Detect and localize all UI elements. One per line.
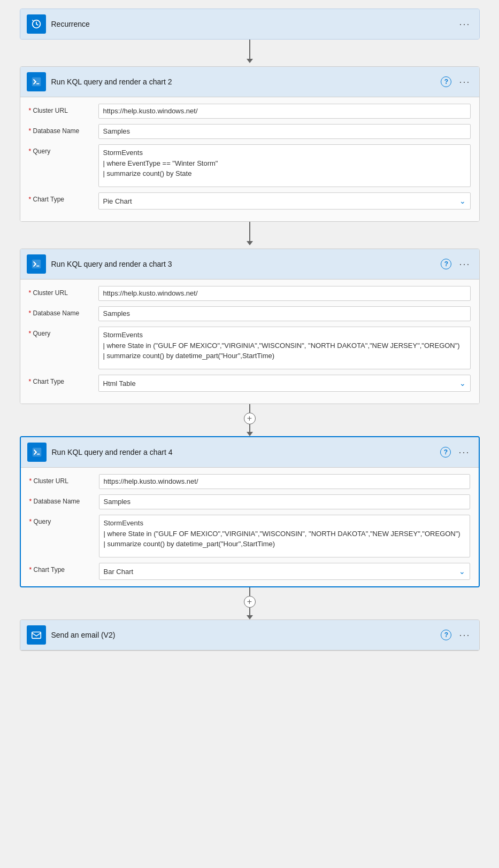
flow-container: Recurrence ··· Run KQL query and render … <box>9 9 490 651</box>
step2-cluster-label: * Cluster URL <box>29 104 93 114</box>
step3-header: Run KQL query and render a chart 3 ? ··· <box>20 249 479 280</box>
step3-card: Run KQL query and render a chart 3 ? ···… <box>20 249 480 404</box>
arrow-connector-1 <box>247 40 253 66</box>
plus-line-top-1 <box>249 404 250 413</box>
step3-cluster-row: * Cluster URL https://help.kusto.windows… <box>29 286 471 301</box>
step4-cluster-label: * Cluster URL <box>29 474 94 485</box>
step4-query-row: * Query StormEvents | where State in ("G… <box>29 515 470 557</box>
step4-cluster-row: * Cluster URL https://help.kusto.windows… <box>29 474 470 489</box>
plus-line-top-2 <box>249 587 250 596</box>
arrow-head-2 <box>247 241 253 245</box>
step3-menu[interactable]: ··· <box>457 259 472 270</box>
recurrence-card: Recurrence ··· <box>20 9 480 40</box>
step3-help[interactable]: ? <box>441 259 451 269</box>
step3-chart-select[interactable]: Html Table ⌄ <box>98 375 471 392</box>
step4-card: Run KQL query and render a chart 4 ? ···… <box>20 436 480 587</box>
step2-chart-value: Pie Chart <box>103 197 132 205</box>
step4-db-label: * Database Name <box>29 494 94 505</box>
step2-db-required: * <box>29 127 32 135</box>
plus-line-bottom-2 <box>249 608 250 615</box>
step4-db-input[interactable]: Samples <box>99 494 470 509</box>
step4-cluster-input[interactable]: https://help.kusto.windows.net/ <box>99 474 470 489</box>
step2-query-label: * Query <box>29 144 93 155</box>
step2-chart-select[interactable]: Pie Chart ⌄ <box>98 192 471 210</box>
add-step-button-2[interactable]: + <box>244 596 256 608</box>
step3-db-label: * Database Name <box>29 306 93 317</box>
step3-cluster-label: * Cluster URL <box>29 286 93 297</box>
step4-chart-label: * Chart Type <box>29 563 94 574</box>
step4-cluster-required: * <box>29 477 32 485</box>
step4-body: * Cluster URL https://help.kusto.windows… <box>21 468 479 586</box>
step4-menu[interactable]: ··· <box>456 447 472 458</box>
step4-query-input[interactable]: StormEvents | where State in ("GULF OF M… <box>99 515 470 557</box>
plus-icon-2: + <box>247 598 252 606</box>
step4-query-required: * <box>29 518 32 525</box>
step4-chart-value: Bar Chart <box>104 568 134 576</box>
add-step-button-1[interactable]: + <box>244 413 256 424</box>
recurrence-header: Recurrence ··· <box>20 9 479 39</box>
step2-body: * Cluster URL https://help.kusto.windows… <box>20 97 479 221</box>
step2-chevron-icon: ⌄ <box>459 197 466 205</box>
step4-chevron-icon: ⌄ <box>459 567 465 576</box>
step2-db-input[interactable]: Samples <box>98 124 471 139</box>
step3-body: * Cluster URL https://help.kusto.windows… <box>20 280 479 404</box>
step4-help[interactable]: ? <box>440 447 451 458</box>
step2-query-row: * Query StormEvents | where EventType ==… <box>29 144 471 187</box>
step2-query-input[interactable]: StormEvents | where EventType == "Winter… <box>98 144 471 187</box>
step3-chart-required: * <box>29 378 32 385</box>
step4-db-row: * Database Name Samples <box>29 494 470 509</box>
plus-icon-1: + <box>247 414 252 423</box>
step3-icon <box>27 254 46 274</box>
step4-query-label: * Query <box>29 515 94 525</box>
step4-chart-row: * Chart Type Bar Chart ⌄ <box>29 563 470 580</box>
step2-chart-label: * Chart Type <box>29 192 93 203</box>
arrow-head <box>247 59 253 63</box>
step3-cluster-input[interactable]: https://help.kusto.windows.net/ <box>98 286 471 301</box>
plus-arrow-head-2 <box>247 615 253 619</box>
step4-header: Run KQL query and render a chart 4 ? ··· <box>21 437 479 468</box>
step2-card: Run KQL query and render a chart 2 ? ···… <box>20 66 480 222</box>
step2-cluster-required: * <box>29 107 32 114</box>
email-menu[interactable]: ··· <box>457 630 472 641</box>
email-card: Send an email (V2) ? ··· <box>20 619 480 651</box>
step3-db-input[interactable]: Samples <box>98 306 471 321</box>
step3-chart-label: * Chart Type <box>29 375 93 385</box>
step3-chart-row: * Chart Type Html Table ⌄ <box>29 375 471 392</box>
step4-chart-required: * <box>29 566 32 574</box>
svg-rect-10 <box>32 632 41 639</box>
step2-cluster-input[interactable]: https://help.kusto.windows.net/ <box>98 104 471 119</box>
step3-title: Run KQL query and render a chart 3 <box>51 260 436 268</box>
step3-db-row: * Database Name Samples <box>29 306 471 321</box>
step3-query-row: * Query StormEvents | where State in ("G… <box>29 327 471 369</box>
step3-cluster-required: * <box>29 289 32 297</box>
recurrence-title: Recurrence <box>51 20 452 28</box>
step3-db-required: * <box>29 309 32 317</box>
step2-chart-required: * <box>29 196 32 203</box>
step4-title: Run KQL query and render a chart 4 <box>52 448 435 456</box>
step2-header: Run KQL query and render a chart 2 ? ··· <box>20 67 479 97</box>
step2-menu[interactable]: ··· <box>457 76 472 88</box>
email-header: Send an email (V2) ? ··· <box>20 620 479 650</box>
step2-title: Run KQL query and render a chart 2 <box>51 78 436 86</box>
step2-query-required: * <box>29 148 32 155</box>
step2-db-label: * Database Name <box>29 124 93 135</box>
step3-chevron-icon: ⌄ <box>459 379 466 387</box>
recurrence-icon <box>27 14 46 34</box>
step4-chart-select[interactable]: Bar Chart ⌄ <box>99 563 470 580</box>
step2-cluster-row: * Cluster URL https://help.kusto.windows… <box>29 104 471 119</box>
email-help[interactable]: ? <box>441 630 451 640</box>
step2-help[interactable]: ? <box>441 76 451 87</box>
step2-chart-row: * Chart Type Pie Chart ⌄ <box>29 192 471 210</box>
step3-chart-value: Html Table <box>103 379 136 387</box>
email-title: Send an email (V2) <box>51 631 436 639</box>
step4-db-required: * <box>29 498 32 505</box>
plus-connector-1: + <box>244 404 256 436</box>
recurrence-menu[interactable]: ··· <box>457 19 472 30</box>
plus-connector-2: + <box>244 587 256 619</box>
plus-arrow-head-1 <box>247 432 253 436</box>
arrow-connector-2 <box>247 222 253 249</box>
arrow-line <box>249 40 250 59</box>
plus-line-bottom-1 <box>249 424 250 432</box>
step3-query-input[interactable]: StormEvents | where State in ("GULF OF M… <box>98 327 471 369</box>
arrow-line-2 <box>249 222 250 241</box>
